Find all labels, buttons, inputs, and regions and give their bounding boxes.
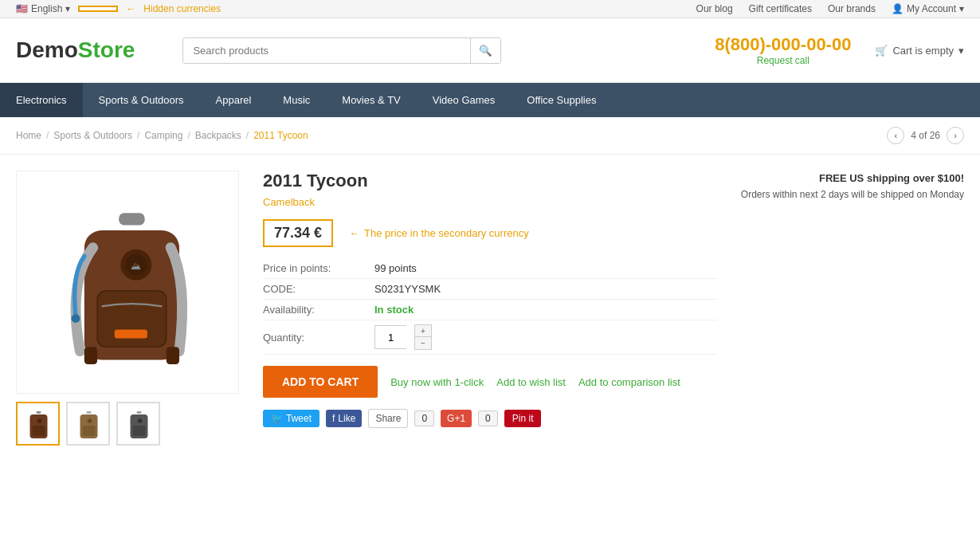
facebook-icon: f bbox=[332, 413, 335, 424]
svg-rect-11 bbox=[37, 411, 41, 414]
page-number: 4 bbox=[911, 130, 916, 141]
gplus-button[interactable]: G+1 bbox=[441, 410, 472, 427]
tweet-button[interactable]: 🐦 Tweet bbox=[263, 410, 319, 427]
nav-item-electronics[interactable]: Electronics bbox=[0, 83, 83, 117]
breadcrumb-sep4: / bbox=[246, 130, 249, 141]
search-box[interactable]: 🔍 bbox=[182, 37, 501, 64]
gplus-label: G+1 bbox=[447, 413, 465, 424]
add-to-cart-button[interactable]: ADD TO CART bbox=[263, 366, 378, 398]
svg-text:⛰: ⛰ bbox=[131, 260, 141, 272]
share-count: 0 bbox=[414, 410, 434, 426]
quantity-block: + − bbox=[374, 324, 432, 350]
points-label: Price in points: bbox=[263, 262, 359, 274]
product-brand[interactable]: Camelback bbox=[263, 196, 315, 208]
top-bar-left: 🇺🇸 English ▾ ← Hidden currencies bbox=[16, 3, 221, 14]
add-to-wish-link[interactable]: Add to wish list bbox=[496, 376, 566, 388]
cart-chevron-icon: ▾ bbox=[958, 45, 964, 57]
logo[interactable]: Demo Store bbox=[16, 37, 135, 63]
quantity-stepper: + − bbox=[414, 324, 432, 350]
buy-now-link[interactable]: Buy now with 1-click bbox=[390, 376, 484, 388]
search-input[interactable] bbox=[183, 38, 470, 63]
breadcrumb-home[interactable]: Home bbox=[16, 130, 41, 141]
cart-label: Cart is empty bbox=[892, 45, 954, 57]
currency-arrow: ← bbox=[126, 3, 135, 14]
our-blog-link[interactable]: Our blog bbox=[696, 3, 733, 14]
breadcrumb-backpacks[interactable]: Backpacks bbox=[195, 130, 241, 141]
price-annotation-text: The price in the secondary currency bbox=[364, 227, 529, 239]
svg-point-20 bbox=[138, 418, 143, 423]
phone-prefix: 8(800)- bbox=[715, 34, 771, 54]
backpack-svg: ⛰ bbox=[32, 179, 223, 386]
price-block: 77.34 € ← The price in the secondary cur… bbox=[263, 219, 717, 247]
breadcrumb-sep3: / bbox=[187, 130, 190, 141]
phone-bold: 000-00-00 bbox=[771, 34, 851, 54]
nav-item-apparel[interactable]: Apparel bbox=[200, 83, 268, 117]
svg-rect-13 bbox=[33, 426, 45, 436]
shipping-title: FREE US shipping over $100! bbox=[741, 171, 964, 187]
svg-rect-2 bbox=[97, 291, 167, 347]
points-value: 99 points bbox=[374, 262, 417, 274]
thumbnail-2[interactable] bbox=[66, 402, 110, 446]
product-price: 77.34 € bbox=[263, 219, 333, 247]
nav-item-movies[interactable]: Movies & TV bbox=[326, 83, 416, 117]
nav-item-music[interactable]: Music bbox=[267, 83, 326, 117]
tweet-label: Tweet bbox=[286, 413, 312, 424]
product-title: 2011 Tycoon bbox=[263, 171, 717, 191]
pinterest-button[interactable]: Pin it bbox=[504, 410, 542, 427]
svg-point-12 bbox=[37, 418, 42, 423]
quantity-increase-button[interactable]: + bbox=[415, 325, 431, 337]
pin-label: Pin it bbox=[512, 413, 534, 424]
main-nav: Electronics Sports & Outdoors Apparel Mu… bbox=[0, 83, 980, 117]
request-call-link[interactable]: Request call bbox=[715, 55, 851, 66]
breadcrumb-bar: Home / Sports & Outdoors / Camping / Bac… bbox=[0, 117, 980, 155]
quantity-decrease-button[interactable]: − bbox=[415, 337, 431, 349]
product-area: ⛰ bbox=[0, 155, 980, 461]
nav-item-video-games[interactable]: Video Games bbox=[417, 83, 512, 117]
language-selector[interactable]: 🇺🇸 English ▾ bbox=[16, 3, 70, 14]
svg-rect-9 bbox=[167, 347, 179, 364]
nav-item-office-supplies[interactable]: Office Supplies bbox=[511, 83, 612, 117]
top-bar-right: Our blog Gift certificates Our brands 👤 … bbox=[696, 3, 964, 14]
prev-product-button[interactable]: ‹ bbox=[887, 127, 904, 144]
product-pagination: ‹ 4 of 26 › bbox=[887, 127, 964, 144]
phone-number: 8(800)-000-00-00 bbox=[715, 34, 851, 55]
search-button[interactable]: 🔍 bbox=[470, 38, 500, 63]
gift-certificates-link[interactable]: Gift certificates bbox=[749, 3, 812, 14]
page-total: 26 bbox=[930, 130, 940, 141]
header-right: 8(800)-000-00-00 Request call 🛒 Cart is … bbox=[715, 34, 964, 66]
add-to-comparison-link[interactable]: Add to comparison list bbox=[578, 376, 680, 388]
product-images: ⛰ bbox=[16, 171, 239, 446]
nav-item-sports[interactable]: Sports & Outdoors bbox=[83, 83, 200, 117]
facebook-like-button[interactable]: f Like bbox=[326, 410, 362, 427]
breadcrumb: Home / Sports & Outdoors / Camping / Bac… bbox=[16, 130, 308, 141]
cart-block[interactable]: 🛒 Cart is empty ▾ bbox=[875, 45, 964, 57]
hidden-currencies-label: Hidden currencies bbox=[143, 3, 221, 14]
main-product-image[interactable]: ⛰ bbox=[16, 171, 239, 394]
breadcrumb-sep2: / bbox=[137, 130, 139, 141]
availability-label: Availability: bbox=[263, 304, 359, 316]
gplus-count: 0 bbox=[478, 410, 498, 426]
currency-selector[interactable] bbox=[78, 6, 118, 12]
my-account-menu[interactable]: 👤 My Account ▾ bbox=[892, 3, 964, 14]
svg-rect-17 bbox=[83, 426, 96, 436]
share-label: Share bbox=[375, 413, 401, 424]
price-annotation: ← The price in the secondary currency bbox=[349, 227, 529, 239]
quantity-input[interactable] bbox=[374, 325, 406, 349]
breadcrumb-sports[interactable]: Sports & Outdoors bbox=[53, 130, 132, 141]
thumbnail-1[interactable] bbox=[16, 402, 60, 446]
chevron-down-icon: ▾ bbox=[65, 3, 70, 14]
price-arrow-icon: ← bbox=[349, 227, 359, 239]
product-info-table: Price in points: 99 points CODE: S0231YY… bbox=[263, 258, 717, 355]
next-product-button[interactable]: › bbox=[947, 127, 964, 144]
breadcrumb-sep: / bbox=[46, 130, 49, 141]
logo-store: Store bbox=[78, 37, 135, 63]
thumbnail-3[interactable] bbox=[116, 402, 160, 446]
share-button[interactable]: Share bbox=[368, 409, 408, 428]
our-brands-link[interactable]: Our brands bbox=[828, 3, 876, 14]
breadcrumb-camping[interactable]: Camping bbox=[144, 130, 182, 141]
code-row: CODE: S0231YYSMK bbox=[263, 279, 717, 300]
svg-rect-1 bbox=[119, 213, 145, 225]
quantity-label: Quantity: bbox=[263, 332, 359, 344]
svg-rect-7 bbox=[115, 330, 147, 339]
svg-point-3 bbox=[72, 314, 80, 323]
